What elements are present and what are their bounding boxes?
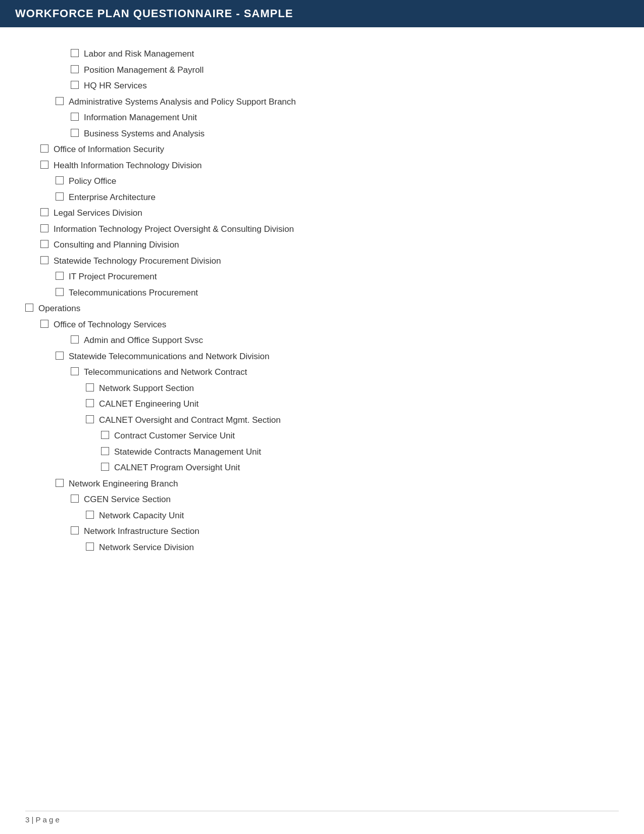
- checkbox-office-tech-services[interactable]: [40, 320, 48, 328]
- item-label-statewide-tech-proc: Statewide Technology Procurement Divisio…: [54, 255, 619, 268]
- checkbox-calnet-program-oversight[interactable]: [101, 463, 109, 471]
- checkbox-statewide-contracts-mgmt[interactable]: [101, 447, 109, 455]
- checkbox-hq-hr[interactable]: [71, 81, 79, 89]
- item-label-info-mgmt: Information Management Unit: [84, 111, 619, 124]
- item-label-consulting-planning: Consulting and Planning Division: [54, 238, 619, 252]
- checkbox-enterprise-arch[interactable]: [56, 192, 64, 201]
- item-label-health-it-div: Health Information Technology Division: [54, 159, 619, 172]
- item-label-it-project-oversight: Information Technology Project Oversight…: [54, 223, 619, 236]
- list-item[interactable]: Contract Customer Service Unit: [25, 429, 619, 443]
- item-label-admin-systems: Administrative Systems Analysis and Poli…: [69, 95, 619, 109]
- header-bar: WORKFORCE PLAN QUESTIONNAIRE - SAMPLE: [0, 0, 644, 27]
- list-item[interactable]: Telecommunications Procurement: [25, 286, 619, 300]
- list-item[interactable]: CALNET Program Oversight Unit: [25, 461, 619, 474]
- item-label-statewide-contracts-mgmt: Statewide Contracts Management Unit: [114, 446, 619, 459]
- item-label-admin-office-support: Admin and Office Support Svsc: [84, 334, 619, 347]
- checkbox-legal-services[interactable]: [40, 208, 48, 216]
- list-item[interactable]: Labor and Risk Management: [25, 47, 619, 61]
- item-label-office-tech-services: Office of Technology Services: [54, 318, 619, 331]
- list-item[interactable]: Legal Services Division: [25, 207, 619, 220]
- item-label-calnet-program-oversight: CALNET Program Oversight Unit: [114, 461, 619, 474]
- checkbox-position-mgmt[interactable]: [71, 65, 79, 73]
- item-label-telecom-proc: Telecommunications Procurement: [69, 286, 619, 300]
- checkbox-contract-customer-service[interactable]: [101, 431, 109, 439]
- checkbox-policy-office[interactable]: [56, 176, 64, 184]
- item-label-business-systems: Business Systems and Analysis: [84, 127, 619, 140]
- list-item[interactable]: Policy Office: [25, 175, 619, 188]
- item-label-cgen-service-section: CGEN Service Section: [84, 493, 619, 506]
- checkbox-admin-systems[interactable]: [56, 97, 64, 105]
- list-item[interactable]: Operations: [25, 302, 619, 315]
- checkbox-calnet-oversight[interactable]: [86, 415, 94, 423]
- list-item[interactable]: Statewide Contracts Management Unit: [25, 446, 619, 459]
- item-label-network-infrastructure: Network Infrastructure Section: [84, 525, 619, 538]
- checkbox-health-it-div[interactable]: [40, 161, 48, 169]
- list-item[interactable]: Business Systems and Analysis: [25, 127, 619, 140]
- list-item[interactable]: Statewide Technology Procurement Divisio…: [25, 255, 619, 268]
- item-label-office-info-security: Office of Information Security: [54, 143, 619, 156]
- checkbox-calnet-engineering[interactable]: [86, 399, 94, 407]
- list-item[interactable]: Consulting and Planning Division: [25, 238, 619, 252]
- item-label-position-mgmt: Position Management & Payroll: [84, 64, 619, 77]
- item-label-contract-customer-service: Contract Customer Service Unit: [114, 429, 619, 443]
- item-label-calnet-oversight: CALNET Oversight and Contract Mgmt. Sect…: [99, 414, 619, 427]
- checkbox-office-info-security[interactable]: [40, 144, 48, 153]
- list-item[interactable]: Administrative Systems Analysis and Poli…: [25, 95, 619, 109]
- checkbox-network-capacity-unit[interactable]: [86, 511, 94, 519]
- list-item[interactable]: Information Management Unit: [25, 111, 619, 124]
- checkbox-telecom-network-contract[interactable]: [71, 367, 79, 375]
- item-label-legal-services: Legal Services Division: [54, 207, 619, 220]
- checkbox-statewide-telecom-network[interactable]: [56, 352, 64, 360]
- checkbox-network-service-div[interactable]: [86, 543, 94, 551]
- item-label-calnet-engineering: CALNET Engineering Unit: [99, 398, 619, 411]
- checklist: Labor and Risk ManagementPosition Manage…: [25, 47, 619, 554]
- checkbox-it-project-oversight[interactable]: [40, 224, 48, 232]
- checkbox-telecom-proc[interactable]: [56, 288, 64, 296]
- list-item[interactable]: Network Infrastructure Section: [25, 525, 619, 538]
- list-item[interactable]: Statewide Telecommunications and Network…: [25, 350, 619, 363]
- list-item[interactable]: Network Engineering Branch: [25, 477, 619, 490]
- checkbox-business-systems[interactable]: [71, 129, 79, 137]
- list-item[interactable]: Office of Information Security: [25, 143, 619, 156]
- item-label-it-project-proc: IT Project Procurement: [69, 270, 619, 283]
- checkbox-it-project-proc[interactable]: [56, 272, 64, 280]
- checkbox-operations[interactable]: [25, 304, 33, 312]
- item-label-telecom-network-contract: Telecommunications and Network Contract: [84, 366, 619, 379]
- item-label-statewide-telecom-network: Statewide Telecommunications and Network…: [69, 350, 619, 363]
- page-title: WORKFORCE PLAN QUESTIONNAIRE - SAMPLE: [15, 7, 629, 20]
- checkbox-admin-office-support[interactable]: [71, 335, 79, 344]
- page-footer: 3 | P a g e: [25, 811, 619, 824]
- list-item[interactable]: IT Project Procurement: [25, 270, 619, 283]
- checkbox-info-mgmt[interactable]: [71, 113, 79, 121]
- item-label-network-support-section: Network Support Section: [99, 382, 619, 395]
- list-item[interactable]: Health Information Technology Division: [25, 159, 619, 172]
- checkbox-consulting-planning[interactable]: [40, 240, 48, 248]
- list-item[interactable]: Admin and Office Support Svsc: [25, 334, 619, 347]
- checkbox-network-infrastructure[interactable]: [71, 526, 79, 534]
- item-label-policy-office: Policy Office: [69, 175, 619, 188]
- item-label-network-service-div: Network Service Division: [99, 541, 619, 554]
- list-item[interactable]: CALNET Oversight and Contract Mgmt. Sect…: [25, 414, 619, 427]
- list-item[interactable]: CALNET Engineering Unit: [25, 398, 619, 411]
- list-item[interactable]: CGEN Service Section: [25, 493, 619, 506]
- item-label-enterprise-arch: Enterprise Architecture: [69, 191, 619, 204]
- page-container: WORKFORCE PLAN QUESTIONNAIRE - SAMPLE La…: [0, 0, 644, 834]
- list-item[interactable]: Enterprise Architecture: [25, 191, 619, 204]
- item-label-network-capacity-unit: Network Capacity Unit: [99, 509, 619, 522]
- item-label-network-engineering-branch: Network Engineering Branch: [69, 477, 619, 490]
- item-label-hq-hr: HQ HR Services: [84, 79, 619, 92]
- checkbox-network-engineering-branch[interactable]: [56, 479, 64, 487]
- item-label-operations: Operations: [38, 302, 619, 315]
- list-item[interactable]: Network Service Division: [25, 541, 619, 554]
- checkbox-cgen-service-section[interactable]: [71, 495, 79, 503]
- list-item[interactable]: Network Support Section: [25, 382, 619, 395]
- checkbox-network-support-section[interactable]: [86, 383, 94, 391]
- list-item[interactable]: Office of Technology Services: [25, 318, 619, 331]
- list-item[interactable]: Telecommunications and Network Contract: [25, 366, 619, 379]
- list-item[interactable]: Information Technology Project Oversight…: [25, 223, 619, 236]
- list-item[interactable]: Position Management & Payroll: [25, 64, 619, 77]
- list-item[interactable]: Network Capacity Unit: [25, 509, 619, 522]
- checkbox-labor-risk[interactable]: [71, 49, 79, 57]
- checkbox-statewide-tech-proc[interactable]: [40, 256, 48, 264]
- list-item[interactable]: HQ HR Services: [25, 79, 619, 92]
